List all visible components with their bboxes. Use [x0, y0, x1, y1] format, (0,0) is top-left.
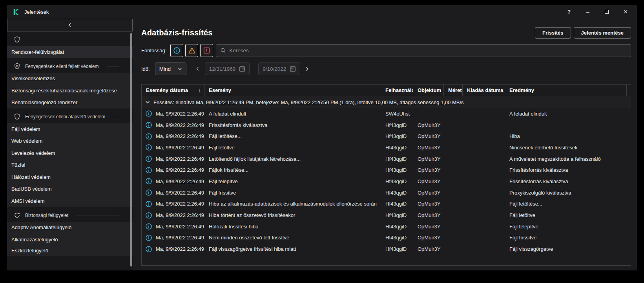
sidebar-item[interactable]: Web védelem [7, 135, 133, 147]
result-value: Hiba [505, 130, 627, 142]
column-header[interactable]: Felhasználó [381, 85, 413, 96]
event-name: Nem minden összetevő lett frissítve [204, 232, 381, 244]
maximize-button[interactable] [601, 7, 613, 17]
sidebar-item[interactable]: Fájl védelem [7, 123, 133, 135]
event-date-cell: Ma, 9/9/2022 2:26:49 PM [142, 130, 204, 142]
maximize-icon [605, 10, 609, 14]
sidebar-item-group: Adaptív AnomáliafelügyelőAlkalmazásfelüg… [7, 222, 133, 256]
column-header[interactable]: Esemény [204, 85, 381, 96]
sidebar-item[interactable]: BadUSB védelem [7, 183, 133, 195]
event-date-cell: Ma, 9/9/2022 2:26:49 PM [142, 142, 204, 153]
table-row[interactable]: Ma, 9/9/2022 2:26:49 PMFájlok frissítése… [142, 164, 631, 176]
user-name: Hf43qgiD [381, 209, 413, 221]
sidebar-item[interactable]: Viselkedéselemzés [7, 73, 133, 85]
close-button[interactable]: ✕ [620, 7, 631, 17]
result-value: Fájl letöltése... [505, 198, 627, 210]
date-from-value: 12/31/1969 [209, 66, 236, 72]
sort-descending-icon: ↓ [199, 87, 201, 93]
minimize-button[interactable]: – [582, 7, 594, 17]
table-row[interactable]: Ma, 9/9/2022 2:26:49 PMLetöltendő fájlok… [142, 153, 631, 165]
user-name: Hf43qgiD [381, 142, 413, 153]
info-icon [145, 223, 152, 230]
next-period-button[interactable] [305, 66, 309, 71]
event-name: Fájl letöltve [204, 142, 381, 153]
sidebar-nav: Rendszer-felülvizsgálatFenyegetések elle… [7, 31, 133, 270]
scrollbar-gutter-cell [627, 108, 631, 119]
window-layout: Rendszer-felülvizsgálatFenyegetések elle… [7, 19, 637, 270]
sidebar-item[interactable]: Adaptív Anomáliafelügyelő [7, 222, 133, 234]
object-name: OpMuir3Y [413, 153, 444, 165]
scrollbar-gutter-cell [627, 221, 631, 232]
table-group-row[interactable]: Frissítés: elindítva Ma, 9/9/2022 1:26:4… [142, 96, 631, 108]
sidebar-item[interactable]: Alkalmazásfelügyelő [7, 233, 133, 246]
release-date-value [463, 209, 505, 221]
result-value: A műveletet megszakította a felhasználó [505, 153, 627, 165]
table-body: Ma, 9/9/2022 2:26:49 PMA feladat elindul… [142, 108, 631, 255]
search-input[interactable] [229, 48, 627, 53]
date-from-field[interactable]: 12/31/1969 [205, 62, 250, 75]
group-row-summary: Frissítés: elindítva Ma, 9/9/2022 1:26:4… [153, 99, 464, 105]
event-name: Letöltendő fájlok listájának létrehozása… [204, 153, 381, 165]
table-row[interactable]: Ma, 9/9/2022 2:26:49 PMFájl letöltése...… [142, 130, 631, 142]
column-header[interactable]: Eredmény [505, 85, 627, 96]
chevron-down-icon[interactable] [145, 101, 150, 104]
help-button[interactable]: ? [563, 7, 575, 17]
date-to-field[interactable]: 9/10/2022 [258, 62, 300, 75]
save-report-button[interactable]: Jelentés mentése [574, 27, 631, 39]
column-header[interactable]: Esemény dátuma↓ [142, 85, 204, 96]
importance-warning-toggle[interactable] [185, 44, 198, 57]
event-name: Fájl frissítve [204, 187, 381, 198]
sidebar-item[interactable]: Biztonsági rések kihasználásának megelőz… [7, 85, 133, 97]
table-row[interactable]: Ma, 9/9/2022 2:26:49 PMNem minden összet… [142, 232, 631, 244]
table-row[interactable]: Ma, 9/9/2022 2:26:49 PMHiba az alkalmazá… [142, 198, 631, 210]
event-date-cell: Ma, 9/9/2022 2:26:49 PM [142, 221, 204, 232]
event-date: Ma, 9/9/2022 2:26:49 PM [156, 190, 204, 196]
time-range-dropdown[interactable]: Mind [155, 62, 186, 75]
info-icon [173, 47, 181, 54]
event-date: Ma, 9/9/2022 2:26:49 PM [156, 156, 204, 162]
previous-period-button[interactable] [196, 66, 199, 71]
table-row[interactable]: Ma, 9/9/2022 2:26:49 PMFrissítésforrás k… [142, 119, 631, 131]
sidebar-item[interactable]: AMSI védelem [7, 195, 133, 207]
sidebar-item-group: ViselkedéselemzésBiztonsági rések kihasz… [7, 73, 133, 109]
event-date: Ma, 9/9/2022 2:26:49 PM [156, 145, 204, 151]
search-icon [220, 48, 226, 53]
table-row[interactable]: Ma, 9/9/2022 2:26:49 PMFájl visszagörget… [142, 243, 631, 255]
table-row[interactable]: Ma, 9/9/2022 2:26:49 PMFájl letöltveHf43… [142, 142, 631, 153]
size-value [444, 232, 463, 244]
info-icon [145, 212, 152, 219]
scrollbar-gutter-header [627, 85, 634, 96]
shield-outline-icon [13, 113, 20, 120]
sidebar-item[interactable]: Tűzfal [7, 159, 133, 171]
sidebar-item[interactable]: Rendszer-felülvizsgálat [7, 46, 133, 58]
object-name: OpMuir3Y [413, 243, 444, 255]
event-date: Ma, 9/9/2022 2:26:49 PM [156, 201, 204, 207]
table-row[interactable]: Ma, 9/9/2022 2:26:49 PMFájl frissítveHf4… [142, 187, 631, 198]
event-date: Ma, 9/9/2022 2:26:49 PM [156, 122, 204, 128]
importance-critical-toggle[interactable] [200, 44, 213, 57]
user-name: Hf43qgiD [381, 221, 413, 232]
event-date: Ma, 9/9/2022 2:26:49 PM [156, 133, 204, 139]
table-row[interactable]: Ma, 9/9/2022 2:26:49 PMA feladat elindul… [142, 108, 631, 119]
event-name: Fájl telepítve [204, 176, 381, 187]
scrollbar-gutter-cell [627, 187, 631, 198]
column-header[interactable]: Méret [444, 85, 463, 96]
user-name: Hf43qgiD [381, 198, 413, 210]
update-button[interactable]: Frissítés [535, 27, 571, 39]
sidebar-section-header: Biztonsági felügyelet [7, 209, 133, 222]
column-header[interactable]: Kiadás dátuma [463, 85, 505, 96]
size-value [444, 209, 463, 221]
sidebar-item-group: Rendszer-felülvizsgálat [7, 46, 133, 58]
sidebar-item[interactable]: Behatolásmegelőző rendszer [7, 97, 133, 109]
sidebar-scrollbar[interactable] [130, 33, 132, 266]
sidebar-item[interactable]: Hálózati védelem [7, 171, 133, 183]
sidebar-collapse-button[interactable] [7, 19, 133, 31]
table-row[interactable]: Ma, 9/9/2022 2:26:49 PMHiba történt az ö… [142, 209, 631, 221]
table-row[interactable]: Ma, 9/9/2022 2:26:49 PMHálózati frissíté… [142, 221, 631, 232]
sidebar-item[interactable]: Eszközfelügyelő [7, 246, 133, 256]
table-row[interactable]: Ma, 9/9/2022 2:26:49 PMFájl telepítveHf4… [142, 176, 631, 187]
event-date-cell: Ma, 9/9/2022 2:26:49 PM [142, 119, 204, 131]
sidebar-item[interactable]: Levelezés védelem [7, 147, 133, 159]
importance-info-toggle[interactable] [170, 44, 183, 57]
column-header[interactable]: Objektum [413, 85, 444, 96]
